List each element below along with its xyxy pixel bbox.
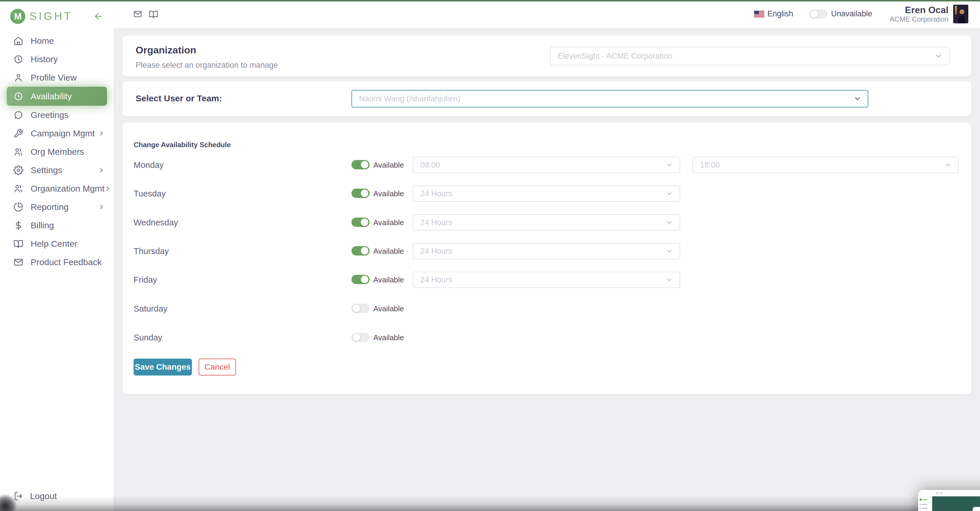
chat-icon: [13, 110, 24, 120]
available-label: Available: [373, 270, 404, 289]
docs-button[interactable]: [148, 10, 159, 19]
sidebar-item-help-center[interactable]: Help Center: [0, 235, 114, 253]
sidebar-collapse-button[interactable]: [93, 11, 103, 21]
friday-toggle[interactable]: [352, 275, 369, 284]
chevron-down-icon: [666, 161, 673, 169]
mini-profile-card: Eren Ocal ACME Corporation Call me now!: [973, 507, 980, 511]
availability-status-label: Unavailable: [831, 10, 872, 18]
sidebar-item-campaign-mgmt[interactable]: Campaign Mgmt: [0, 124, 114, 142]
user-select-label: Select User or Team:: [135, 93, 222, 103]
organization-select[interactable]: ElevenSight - ACME Corporation: [550, 47, 950, 65]
save-changes-button[interactable]: Save Changes: [134, 359, 192, 375]
thursday-slot-select[interactable]: 24 Hours: [413, 243, 680, 259]
mail-icon: [13, 257, 24, 267]
brand-mark-icon: M: [10, 9, 25, 24]
schedule-row-sunday: Sunday Available: [134, 328, 960, 347]
chevron-down-icon: [666, 219, 673, 226]
tuesday-slot-select[interactable]: 24 Hours: [413, 185, 680, 202]
toggle-knob: [361, 276, 368, 283]
book-icon: [13, 239, 24, 249]
available-label: Available: [373, 328, 404, 347]
friday-slot-select[interactable]: 24 Hours: [413, 271, 680, 288]
logout-icon: [13, 491, 23, 501]
chevron-down-icon: [944, 161, 952, 169]
toggle-knob: [361, 190, 368, 197]
chevron-down-icon: [666, 248, 673, 255]
sidebar-item-billing[interactable]: Billing: [0, 216, 114, 235]
avatar[interactable]: [953, 5, 968, 23]
sidebar-item-availability[interactable]: Availability: [7, 87, 107, 106]
available-label: Available: [373, 299, 404, 318]
chevron-right-icon: [104, 185, 111, 192]
monday-toggle[interactable]: [352, 160, 369, 169]
schedule-row-tuesday: Tuesday Available 24 Hours: [134, 184, 960, 203]
schedule-row-saturday: Saturday Available: [134, 299, 960, 318]
mini-book-icon: [940, 492, 942, 494]
mail-icon: [133, 10, 143, 18]
mini-window-topbar: [918, 490, 980, 497]
monday-start-time-select[interactable]: 08:00: [413, 157, 680, 173]
schedule-row-thursday: Thursday Available 24 Hours: [134, 242, 960, 260]
schedule-card: Change Availability Schedule Monday Avai…: [123, 123, 971, 394]
sidebar-item-product-feedback[interactable]: Product Feedback: [0, 253, 114, 271]
mini-mail-icon: [936, 492, 938, 494]
clock-icon: [13, 54, 24, 64]
sunday-toggle[interactable]: [352, 332, 369, 342]
sidebar-item-reporting[interactable]: Reporting: [0, 198, 114, 216]
language-selector[interactable]: English: [767, 10, 793, 18]
wednesday-slot-select[interactable]: 24 Hours: [413, 214, 680, 231]
mini-brand-icon: [920, 498, 922, 501]
toggle-knob: [353, 334, 360, 341]
schedule-row-friday: Friday Available 24 Hours: [134, 270, 960, 289]
available-label: Available: [373, 242, 404, 260]
book-icon: [148, 10, 159, 19]
schedule-title: Change Availability Schedule: [134, 141, 231, 149]
available-label: Available: [373, 156, 404, 174]
user-or-team-select[interactable]: Naomi Wang (/sharifahjulien): [352, 90, 868, 107]
sidebar-item-settings[interactable]: Settings: [0, 161, 114, 179]
tuesday-toggle[interactable]: [352, 188, 369, 198]
toggle-knob: [811, 10, 818, 18]
schedule-row-wednesday: Wednesday Available 24 Hours: [134, 213, 960, 232]
clock-icon: [13, 91, 24, 101]
sidebar: M SIGHT Home History Profile View Availa…: [0, 0, 114, 511]
sidebar-item-profile-view[interactable]: Profile View: [0, 68, 114, 87]
sidebar-item-home[interactable]: Home: [0, 32, 114, 50]
user-info[interactable]: Eren Ocal ACME Corporation: [890, 5, 948, 23]
top-header: English Unavailable Eren Ocal ACME Corpo…: [114, 0, 980, 28]
cancel-button[interactable]: Cancel: [199, 359, 236, 375]
toggle-knob: [361, 219, 368, 226]
users-icon: [13, 184, 24, 193]
gear-icon: [13, 165, 24, 175]
sidebar-item-greetings[interactable]: Greetings: [0, 106, 114, 124]
chevron-down-icon: [854, 95, 861, 102]
back-arrow-icon: [93, 11, 103, 21]
main-area: English Unavailable Eren Ocal ACME Corpo…: [114, 0, 980, 511]
saturday-toggle[interactable]: [352, 304, 369, 313]
availability-status-toggle[interactable]: [810, 10, 827, 19]
dollar-icon: [13, 220, 24, 230]
sidebar-item-history[interactable]: History: [0, 50, 114, 68]
messages-button[interactable]: [133, 10, 143, 18]
organization-title: Organization: [135, 45, 196, 56]
wrench-icon: [13, 128, 24, 138]
header-right-cluster: English Unavailable Eren Ocal ACME Corpo…: [754, 0, 968, 28]
user-icon: [13, 73, 24, 83]
thursday-toggle[interactable]: [352, 246, 369, 256]
mini-content-area: Eren Ocal ACME Corporation Call me now!: [932, 497, 980, 511]
sidebar-item-logout[interactable]: Logout: [0, 491, 57, 501]
available-label: Available: [373, 184, 404, 203]
user-name: Eren Ocal: [890, 5, 948, 15]
chevron-down-icon: [666, 190, 673, 197]
screen-preview-window: Eren Ocal ACME Corporation Call me now!: [918, 490, 980, 511]
monday-end-time-select[interactable]: 18:00: [692, 157, 959, 173]
toggle-knob: [353, 305, 360, 312]
brand-name: SIGHT: [29, 10, 73, 22]
mini-sidebar: [918, 497, 932, 511]
sidebar-item-org-members[interactable]: Org Members: [0, 142, 114, 161]
organization-card: Organization Please select an organizati…: [123, 36, 971, 77]
wednesday-toggle[interactable]: [352, 217, 369, 227]
sidebar-item-organization-mgmt[interactable]: Organization Mgmt: [0, 179, 114, 198]
schedule-row-monday: Monday Available 08:00 18:00: [134, 156, 960, 174]
toggle-knob: [361, 161, 368, 168]
